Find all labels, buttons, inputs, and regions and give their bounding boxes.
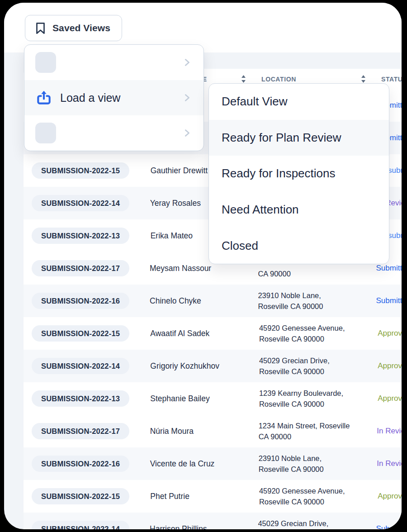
location-cell: 1234 Main Street, Roseville CA 90000 xyxy=(259,420,377,442)
screenshot-stage: NAME LOCATION STATUS xyxy=(0,0,407,532)
location-cell: 45029 Grecian Drive, Roseville CA 90000 xyxy=(259,355,378,377)
column-header-status-label: STATUS xyxy=(381,76,402,83)
saved-views-menu: Load a view xyxy=(24,44,204,151)
table-row[interactable]: SUBMISSION-2022-14 Harrison Phillips 450… xyxy=(24,513,402,529)
submission-id-badge: SUBMISSION-2022-13 xyxy=(32,390,129,407)
status-cell: Submitted xyxy=(376,296,402,305)
submission-id-badge: SUBMISSION-2022-17 xyxy=(32,260,129,276)
status-cell: Submitted xyxy=(376,524,402,529)
name-cell: Vicente de la Cruz xyxy=(150,459,259,469)
submission-id-badge: SUBMISSION-2022-14 xyxy=(32,521,129,529)
bookmark-icon xyxy=(35,22,46,34)
submission-id-cell: SUBMISSION-2022-17 xyxy=(24,423,150,439)
table-row[interactable]: SUBMISSION-2022-15 Awaatif Al Sadek 4592… xyxy=(24,317,402,350)
status-cell: In Review xyxy=(377,427,402,436)
submission-id-badge: SUBMISSION-2022-16 xyxy=(32,456,129,472)
submission-id-badge: SUBMISSION-2022-13 xyxy=(32,228,129,244)
sort-icon[interactable] xyxy=(241,75,246,83)
submission-id-cell: SUBMISSION-2022-13 xyxy=(24,390,150,407)
submission-id-cell: SUBMISSION-2022-15 xyxy=(24,162,151,179)
menu-item-placeholder[interactable] xyxy=(24,115,204,151)
table-row[interactable]: SUBMISSION-2022-14 Grigoriy Kozhukhov 45… xyxy=(24,350,402,382)
status-cell: Submitted xyxy=(376,264,402,273)
upload-icon xyxy=(35,89,52,106)
table-row[interactable]: SUBMISSION-2022-17 Núria Moura 1234 Main… xyxy=(24,415,402,447)
saved-views-button[interactable]: Saved Views xyxy=(25,15,122,41)
submission-id-badge: SUBMISSION-2022-15 xyxy=(32,162,129,179)
submission-id-badge: SUBMISSION-2022-15 xyxy=(32,488,129,504)
table-row[interactable]: SUBMISSION-2022-15 Phet Putrie 45920 Gen… xyxy=(24,480,402,513)
name-cell: Chinelo Chyke xyxy=(150,296,258,306)
chevron-right-icon xyxy=(182,57,192,67)
chevron-right-icon xyxy=(182,128,192,138)
location-cell: 45029 Grecian Drive, Roseville CA 90000 xyxy=(258,518,376,529)
saved-views-label: Saved Views xyxy=(52,23,110,33)
submenu-item-need-attention[interactable]: Need Attention xyxy=(209,192,389,228)
status-cell: Approved xyxy=(378,361,402,370)
table-row[interactable]: SUBMISSION-2022-16 Chinelo Chyke 23910 N… xyxy=(24,285,402,317)
chevron-right-icon xyxy=(182,93,192,103)
submission-id-cell: SUBMISSION-2022-15 xyxy=(24,325,150,342)
submission-id-cell: SUBMISSION-2022-14 xyxy=(24,195,150,211)
sort-icon[interactable] xyxy=(360,75,366,83)
submission-id-badge: SUBMISSION-2022-15 xyxy=(32,325,129,342)
name-cell: Awaatif Al Sadek xyxy=(150,329,259,338)
location-cell: 45920 Genessee Avenue, Roseville CA 9000… xyxy=(259,485,378,507)
menu-item-label: Load a view xyxy=(60,91,120,104)
submission-id-cell: SUBMISSION-2022-16 xyxy=(24,293,150,309)
placeholder-square xyxy=(35,123,56,143)
status-cell: In Review xyxy=(377,459,402,468)
submission-id-cell: SUBMISSION-2022-16 xyxy=(24,456,150,472)
column-header-location-label: LOCATION xyxy=(261,76,296,83)
table-row[interactable]: SUBMISSION-2022-16 Vicente de la Cruz 23… xyxy=(24,447,402,480)
submenu-item-ready-for-plan-review[interactable]: Ready for Plan Review xyxy=(209,120,389,156)
placeholder-square xyxy=(35,52,56,73)
app-page: NAME LOCATION STATUS xyxy=(4,3,402,529)
name-cell: Meysam Nassour xyxy=(150,264,258,273)
location-cell: 1239 Kearny Boulevarde, Roseville CA 900… xyxy=(259,388,378,409)
submenu-item-ready-for-inspections[interactable]: Ready for Inspections xyxy=(209,156,389,192)
submission-id-cell: SUBMISSION-2022-17 xyxy=(24,260,150,276)
name-cell: Stephanie Bailey xyxy=(150,394,259,404)
submenu-item-default-view[interactable]: Default View xyxy=(209,84,389,120)
status-cell: Approved xyxy=(378,329,402,338)
submission-id-cell: SUBMISSION-2022-14 xyxy=(24,521,150,529)
submission-id-cell: SUBMISSION-2022-13 xyxy=(24,228,151,244)
submission-id-badge: SUBMISSION-2022-16 xyxy=(32,293,129,309)
submission-id-badge: SUBMISSION-2022-14 xyxy=(32,195,129,211)
submission-id-cell: SUBMISSION-2022-14 xyxy=(24,358,150,374)
table-row[interactable]: SUBMISSION-2022-13 Stephanie Bailey 1239… xyxy=(24,382,402,415)
name-cell: Phet Putrie xyxy=(150,492,259,501)
submenu-item-closed[interactable]: Closed xyxy=(209,228,389,264)
location-cell: 45920 Genessee Avenue, Roseville CA 9000… xyxy=(259,323,378,344)
name-cell: Harrison Phillips xyxy=(150,524,258,530)
submission-id-cell: SUBMISSION-2022-15 xyxy=(24,488,150,504)
submission-id-badge: SUBMISSION-2022-17 xyxy=(32,423,129,439)
menu-item-placeholder[interactable] xyxy=(24,45,204,80)
name-cell: Núria Moura xyxy=(150,427,259,436)
name-cell: Grigoriy Kozhukhov xyxy=(150,361,259,371)
location-cell: 23910 Noble Lane, Roseville CA 90000 xyxy=(259,453,377,475)
menu-item-load-a-view[interactable]: Load a view xyxy=(24,80,204,115)
status-cell: Approved xyxy=(378,394,402,403)
location-cell: 23910 Noble Lane, Roseville CA 90000 xyxy=(258,290,376,312)
submission-id-badge: SUBMISSION-2022-14 xyxy=(32,358,129,374)
load-view-submenu: Default ViewReady for Plan ReviewReady f… xyxy=(208,83,389,264)
status-cell: Approved xyxy=(378,492,402,501)
